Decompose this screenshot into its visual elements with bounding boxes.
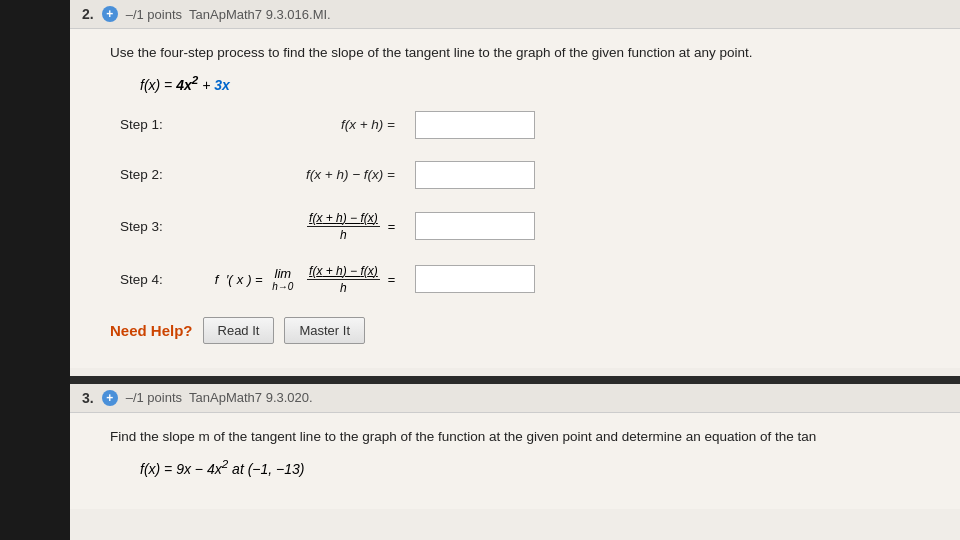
step-4-fraction-num: f(x + h) − f(x) bbox=[307, 264, 380, 280]
step-2-math: f(x + h) − f(x) = bbox=[195, 167, 395, 182]
lim-top: lim bbox=[275, 266, 292, 281]
page-wrapper: 2. + –/1 points TanApMath7 9.3.016.MI. U… bbox=[0, 0, 960, 540]
lim-bottom: h→0 bbox=[272, 281, 293, 292]
step-1-row: Step 1: f(x + h) = bbox=[120, 111, 940, 139]
step-1-label: Step 1: bbox=[120, 117, 175, 132]
step-1-math: f(x + h) = bbox=[195, 117, 395, 132]
function-display-2: f(x) = 4x2 + 3x bbox=[140, 73, 940, 93]
step-2-answer-box[interactable] bbox=[415, 161, 535, 189]
step-4-fraction: f(x + h) − f(x) h bbox=[307, 264, 380, 295]
question-3-header: 3. + –/1 points TanApMath7 9.3.020. bbox=[70, 384, 960, 413]
step-3-fraction-den: h bbox=[338, 227, 349, 242]
question-divider bbox=[70, 376, 960, 384]
plus-icon-3: + bbox=[102, 390, 118, 406]
step-3-row: Step 3: f(x + h) − f(x) h = bbox=[120, 211, 940, 242]
problem-statement-2: Use the four-step process to find the sl… bbox=[110, 43, 940, 63]
question-3-block: 3. + –/1 points TanApMath7 9.3.020. Find… bbox=[70, 384, 960, 509]
step-3-label: Step 3: bbox=[120, 219, 175, 234]
step-3-fraction-num: f(x + h) − f(x) bbox=[307, 211, 380, 227]
function-display-3: f(x) = 9x − 4x2 at (−1, −13) bbox=[140, 457, 940, 477]
step-4-fraction-den: h bbox=[338, 280, 349, 295]
step-3-equals: = bbox=[384, 219, 395, 234]
step-3-answer-box[interactable] bbox=[415, 212, 535, 240]
master-it-button[interactable]: Master It bbox=[284, 317, 365, 344]
question-3-number: 3. bbox=[82, 390, 94, 406]
question-3-content: Find the slope m of the tangent line to … bbox=[70, 413, 960, 509]
steps-area: Step 1: f(x + h) = Step 2: f(x + h) − f(… bbox=[120, 111, 940, 295]
step-4-row: Step 4: f ′(x) = lim h→0 f(x + h) − f(x) bbox=[120, 264, 940, 295]
step-2-row: Step 2: f(x + h) − f(x) = bbox=[120, 161, 940, 189]
read-it-button[interactable]: Read It bbox=[203, 317, 275, 344]
question-2-header: 2. + –/1 points TanApMath7 9.3.016.MI. bbox=[70, 0, 960, 29]
question-2-number: 2. bbox=[82, 6, 94, 22]
plus-icon: + bbox=[102, 6, 118, 22]
question-2-block: 2. + –/1 points TanApMath7 9.3.016.MI. U… bbox=[70, 0, 960, 368]
step-3-math: f(x + h) − f(x) h = bbox=[195, 211, 395, 242]
step-1-answer-box[interactable] bbox=[415, 111, 535, 139]
step-4-math: f ′(x) = lim h→0 f(x + h) − f(x) h bbox=[195, 264, 395, 295]
question-2-points: –/1 points TanApMath7 9.3.016.MI. bbox=[126, 7, 331, 22]
question-3-points: –/1 points TanApMath7 9.3.020. bbox=[126, 390, 313, 405]
main-content: 2. + –/1 points TanApMath7 9.3.016.MI. U… bbox=[70, 0, 960, 540]
question-2-content: Use the four-step process to find the sl… bbox=[70, 29, 960, 368]
need-help-row: Need Help? Read It Master It bbox=[110, 317, 940, 344]
need-help-text: Need Help? bbox=[110, 322, 193, 339]
problem-statement-3: Find the slope m of the tangent line to … bbox=[110, 427, 940, 447]
left-sidebar bbox=[0, 0, 70, 540]
step-3-fraction: f(x + h) − f(x) h bbox=[307, 211, 380, 242]
step-4-answer-box[interactable] bbox=[415, 265, 535, 293]
step-2-label: Step 2: bbox=[120, 167, 175, 182]
step-4-lim: lim h→0 bbox=[272, 266, 293, 292]
step-4-label: Step 4: bbox=[120, 272, 175, 287]
